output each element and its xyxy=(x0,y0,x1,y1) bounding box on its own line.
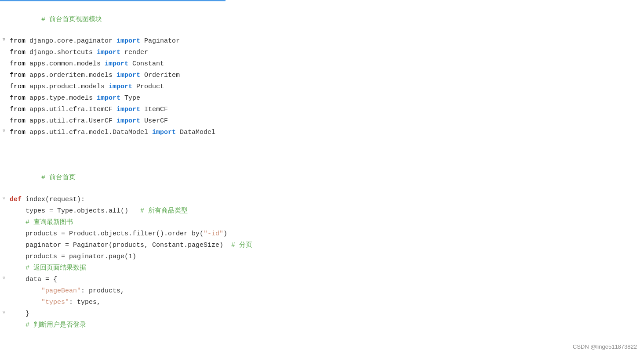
keyword-from: from xyxy=(10,106,25,113)
line-gutter-9 xyxy=(0,116,8,117)
line-content-23: "types": types, xyxy=(8,297,644,308)
keyword-from: from xyxy=(10,117,25,125)
comment-text-4: # 返回页面结果数据 xyxy=(25,264,86,272)
line-gutter-11 xyxy=(0,139,8,140)
code-line-2: ▽ from django.core.paginator import Pagi… xyxy=(0,36,644,47)
line-content-5: from apps.orderitem.models import Orderi… xyxy=(8,70,644,81)
line-gutter-25 xyxy=(0,320,8,321)
comment-text-3: # 查询最新图书 xyxy=(25,219,73,226)
line-gutter-22 xyxy=(0,286,8,287)
line-gutter-6 xyxy=(0,82,8,83)
keyword-import: import xyxy=(152,129,176,136)
keyword-def: def xyxy=(10,196,22,203)
string-literal-1: "-id" xyxy=(204,230,223,238)
line-gutter-4 xyxy=(0,59,8,60)
line-gutter-8 xyxy=(0,105,8,105)
line-gutter-13 xyxy=(0,162,8,162)
code-line-4: from apps.common.models import Constant xyxy=(0,59,644,70)
keyword-import: import xyxy=(116,106,140,113)
line-content-9: from apps.util.cfra.UserCF import UserCF xyxy=(8,116,644,127)
fold-icon-2[interactable]: ▽ xyxy=(1,37,7,43)
fold-icon-24[interactable]: ▽ xyxy=(1,310,7,316)
line-content-17: products = Product.objects.filter().orde… xyxy=(8,229,644,240)
line-content-10: from apps.util.cfra.model.DataModel impo… xyxy=(8,127,644,138)
code-line-22: "pageBean": products, xyxy=(0,286,644,297)
line-content-25: # 判断用户是否登录 xyxy=(8,320,644,331)
code-line-1: # 前台首页视图模块 xyxy=(0,4,644,36)
line-gutter-15 xyxy=(0,206,8,207)
keyword-import: import xyxy=(97,94,120,102)
line-content-8: from apps.util.cfra.ItemCF import ItemCF xyxy=(8,105,644,115)
code-line-16: # 查询最新图书 xyxy=(0,217,644,229)
line-content-22: "pageBean": products, xyxy=(8,286,644,297)
code-line-23: "types": types, xyxy=(0,297,644,309)
line-content-14: def index(request): xyxy=(8,195,644,206)
line-gutter-18 xyxy=(0,240,8,241)
inline-comment-1: # 所有商品类型 xyxy=(140,207,188,215)
line-gutter-5 xyxy=(0,70,8,71)
keyword-from: from xyxy=(10,94,25,102)
code-line-14: ▽ def index(request): xyxy=(0,195,644,206)
line-gutter-20 xyxy=(0,263,8,264)
line-content-13: # 前台首页 xyxy=(8,162,644,194)
keyword-from: from xyxy=(10,83,25,90)
keyword-import: import xyxy=(116,37,140,45)
line-gutter-16 xyxy=(0,217,8,218)
code-line-6: from apps.product.models import Product xyxy=(0,82,644,93)
code-line-20: # 返回页面结果数据 xyxy=(0,263,644,274)
line-content-18: paginator = Paginator(products, Constant… xyxy=(8,240,644,251)
code-area: # 前台首页视图模块 ▽ from django.core.paginator … xyxy=(0,0,644,335)
comment-text: # 前台首页视图模块 xyxy=(41,16,102,23)
line-content-6: from apps.product.models import Product xyxy=(8,82,644,93)
keyword-import: import xyxy=(105,60,128,68)
line-content-7: from apps.type.models import Type xyxy=(8,93,644,104)
line-gutter-21[interactable]: ▽ xyxy=(0,274,8,281)
watermark: CSDN @linge511873822 xyxy=(573,343,637,352)
keyword-from: from xyxy=(10,49,25,56)
line-gutter-1 xyxy=(0,4,8,4)
keyword-from: from xyxy=(10,60,25,68)
fold-icon-21[interactable]: ▽ xyxy=(1,275,7,281)
line-content-24: } xyxy=(8,309,644,320)
line-content-20: # 返回页面结果数据 xyxy=(8,263,644,274)
keyword-from: from xyxy=(10,129,25,136)
comment-text-5: # 判断用户是否登录 xyxy=(25,321,86,329)
keyword-import: import xyxy=(116,72,140,79)
code-line-3: from django.shortcuts import render xyxy=(0,47,644,59)
code-line-17: products = Product.objects.filter().orde… xyxy=(0,229,644,240)
string-literal-3: "types" xyxy=(41,299,69,306)
code-line-24: ▽ } xyxy=(0,309,644,320)
keyword-import: import xyxy=(109,83,132,90)
code-line-25: # 判断用户是否登录 xyxy=(0,320,644,332)
fold-icon-10[interactable]: ▽ xyxy=(1,128,7,134)
line-content-16: # 查询最新图书 xyxy=(8,217,644,228)
code-line-10: ▽ from apps.util.cfra.model.DataModel im… xyxy=(0,127,644,139)
code-line-8: from apps.util.cfra.ItemCF import ItemCF xyxy=(0,105,644,116)
keyword-from: from xyxy=(10,72,25,79)
line-gutter-2[interactable]: ▽ xyxy=(0,36,8,43)
code-line-5: from apps.orderitem.models import Orderi… xyxy=(0,70,644,82)
string-literal-2: "pageBean" xyxy=(41,287,81,295)
code-line-15: types = Type.objects.all() # 所有商品类型 xyxy=(0,206,644,217)
inline-comment-2: # 分页 xyxy=(231,242,252,249)
editor-container: # 前台首页视图模块 ▽ from django.core.paginator … xyxy=(0,0,644,357)
line-gutter-14[interactable]: ▽ xyxy=(0,195,8,202)
line-content-15: types = Type.objects.all() # 所有商品类型 xyxy=(8,206,644,217)
code-line-18: paginator = Paginator(products, Constant… xyxy=(0,240,644,252)
keyword-import: import xyxy=(97,49,120,56)
line-gutter-3 xyxy=(0,47,8,48)
code-line-13: # 前台首页 xyxy=(0,162,644,194)
code-line-7: from apps.type.models import Type xyxy=(0,93,644,105)
comment-text-2: # 前台首页 xyxy=(41,174,76,181)
line-gutter-19 xyxy=(0,252,8,252)
line-content-3: from django.shortcuts import render xyxy=(8,47,644,58)
line-gutter-12 xyxy=(0,150,8,151)
line-gutter-10[interactable]: ▽ xyxy=(0,127,8,134)
line-content-19: products = paginator.page(1) xyxy=(8,252,644,263)
line-gutter-7 xyxy=(0,93,8,94)
line-gutter-24[interactable]: ▽ xyxy=(0,309,8,316)
line-gutter-23 xyxy=(0,297,8,298)
fold-icon-14[interactable]: ▽ xyxy=(1,195,7,202)
line-content-4: from apps.common.models import Constant xyxy=(8,59,644,70)
keyword-import: import xyxy=(116,117,140,125)
